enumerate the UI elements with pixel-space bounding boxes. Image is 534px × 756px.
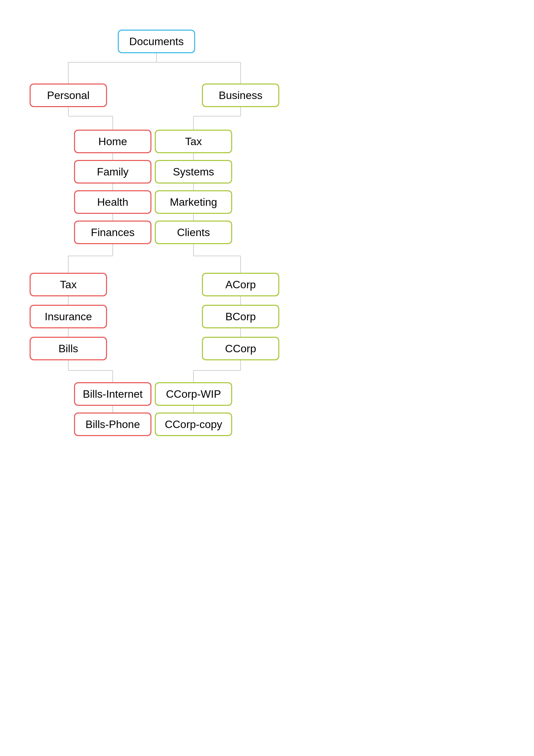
business-node[interactable]: Business	[202, 84, 279, 107]
bills-internet-node[interactable]: Bills-Internet	[74, 382, 151, 406]
insurance-node[interactable]: Insurance	[30, 305, 107, 328]
systems-node[interactable]: Systems	[155, 160, 232, 184]
acorp-node[interactable]: ACorp	[202, 273, 279, 296]
home-node[interactable]: Home	[74, 130, 151, 153]
documents-node[interactable]: Documents	[118, 30, 195, 53]
bills-phone-node[interactable]: Bills-Phone	[74, 413, 151, 436]
ccorp-wip-node[interactable]: CCorp-WIP	[155, 382, 232, 406]
bcorp-node[interactable]: BCorp	[202, 305, 279, 328]
finances-node[interactable]: Finances	[74, 221, 151, 244]
marketing-node[interactable]: Marketing	[155, 190, 232, 214]
bills-node[interactable]: Bills	[30, 337, 107, 360]
health-node[interactable]: Health	[74, 190, 151, 214]
clients-node[interactable]: Clients	[155, 221, 232, 244]
diagram: Documents Personal Business Home Family …	[0, 0, 534, 756]
ccorp-node[interactable]: CCorp	[202, 337, 279, 360]
personal-node[interactable]: Personal	[30, 84, 107, 107]
connector-lines	[0, 0, 534, 756]
ccorp-copy-node[interactable]: CCorp-copy	[155, 413, 232, 436]
tax-business-node[interactable]: Tax	[155, 130, 232, 153]
tax-personal-node[interactable]: Tax	[30, 273, 107, 296]
family-node[interactable]: Family	[74, 160, 151, 184]
